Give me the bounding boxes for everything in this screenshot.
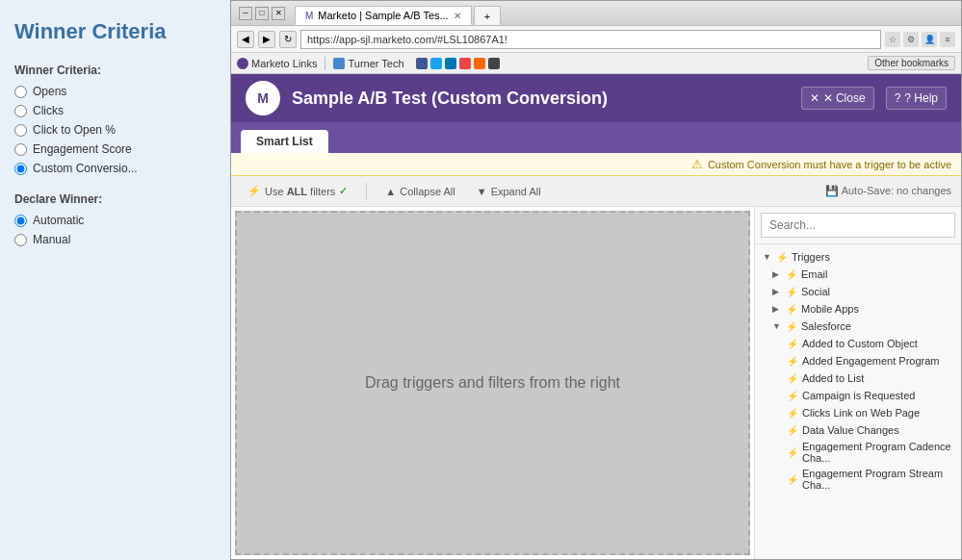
bookmarks-separator xyxy=(325,57,325,70)
window-controls: ─ □ ✕ xyxy=(239,7,285,20)
added-engagement-program-item[interactable]: ⚡ Added Engagement Program xyxy=(755,352,961,369)
automatic-radio[interactable] xyxy=(14,215,27,227)
fb-icon[interactable] xyxy=(416,58,428,69)
collapse-all-label: Collapse All xyxy=(400,186,455,197)
expand-all-button[interactable]: ▼ Expand All xyxy=(470,183,548,200)
campaign-requested-icon: ⚡ xyxy=(786,389,799,402)
engagement-stream-label: Engagement Program Stream Cha... xyxy=(802,468,957,491)
click-to-open-option[interactable]: Click to Open % xyxy=(14,123,217,137)
use-all-filters-button[interactable]: ⚡ Use ALL filters ✓ xyxy=(241,182,354,200)
autosave-text: Auto-Save: no changes xyxy=(842,185,951,196)
salesforce-label: Salesforce xyxy=(801,320,851,332)
app-title: Sample A/B Test (Custom Conversion) xyxy=(292,89,790,109)
maximize-button[interactable]: □ xyxy=(255,7,269,20)
engagement-cadence-icon: ⚡ xyxy=(786,445,799,459)
app-header: M Sample A/B Test (Custom Conversion) ✕ … xyxy=(231,74,961,122)
added-engagement-icon: ⚡ xyxy=(786,354,799,368)
search-box xyxy=(755,207,961,244)
bookmark-marketo[interactable]: Marketo Links xyxy=(237,58,317,69)
clicks-option[interactable]: Clicks xyxy=(14,104,217,117)
user-icon[interactable]: 👤 xyxy=(922,32,937,47)
winner-criteria-title: Winner Criteria xyxy=(14,19,217,44)
youtube-icon[interactable] xyxy=(459,58,471,69)
autosave-label: 💾 Auto-Save: no changes xyxy=(825,185,951,197)
forward-button[interactable]: ▶ xyxy=(258,31,275,48)
other-bookmarks[interactable]: Other bookmarks xyxy=(868,56,955,70)
engagement-cadence-item[interactable]: ⚡ Engagement Program Cadence Cha... xyxy=(755,439,961,466)
click-to-open-radio[interactable] xyxy=(14,124,27,137)
browser-tab-active[interactable]: M Marketo | Sample A/B Tes... ✕ xyxy=(295,6,472,25)
bookmark-turner[interactable]: Turner Tech xyxy=(333,58,403,69)
rss-icon[interactable] xyxy=(474,58,485,69)
browser-tab-label: Marketo | Sample A/B Tes... xyxy=(318,10,448,21)
custom-conversion-label: Custom Conversio... xyxy=(33,162,138,175)
refresh-button[interactable]: ↻ xyxy=(279,31,297,48)
triggers-item[interactable]: ▼ ⚡ Triggers xyxy=(755,248,961,266)
bookmark-star-icon[interactable]: ☆ xyxy=(885,32,900,47)
address-icons: ☆ ⚙ 👤 ≡ xyxy=(885,32,955,47)
opens-radio[interactable] xyxy=(14,86,27,98)
engagement-stream-item[interactable]: ⚡ Engagement Program Stream Cha... xyxy=(755,466,961,493)
automatic-label: Automatic xyxy=(33,214,84,227)
tab-close-icon[interactable]: ✕ xyxy=(454,11,461,21)
main-content: Drag triggers and filters from the right… xyxy=(231,207,961,559)
smart-list-tab[interactable]: Smart List xyxy=(241,130,328,153)
mail-icon[interactable] xyxy=(488,58,500,69)
salesforce-item[interactable]: ▼ ⚡ Salesforce xyxy=(755,318,961,335)
collapse-icon: ▲ xyxy=(385,186,396,197)
extensions-icon[interactable]: ⚙ xyxy=(903,32,919,47)
added-to-custom-object-label: Added to Custom Object xyxy=(802,338,918,349)
app-area: M Sample A/B Test (Custom Conversion) ✕ … xyxy=(231,74,961,559)
menu-icon[interactable]: ≡ xyxy=(940,32,955,47)
engagement-score-label: Engagement Score xyxy=(33,142,132,156)
social-item[interactable]: ▶ ⚡ Social xyxy=(755,283,961,300)
campaign-requested-label: Campaign is Requested xyxy=(802,390,915,401)
mobile-apps-item[interactable]: ▶ ⚡ Mobile Apps xyxy=(755,300,961,318)
minimize-button[interactable]: ─ xyxy=(239,7,252,20)
salesforce-toggle: ▼ xyxy=(772,321,782,331)
manual-radio[interactable] xyxy=(14,234,27,246)
added-to-list-item[interactable]: ⚡ Added to List xyxy=(755,369,961,387)
clicks-link-item[interactable]: ⚡ Clicks Link on Web Page xyxy=(755,404,961,421)
custom-conversion-radio[interactable] xyxy=(14,163,27,175)
warning-icon: ⚠ xyxy=(691,157,703,171)
salesforce-icon: ⚡ xyxy=(785,319,798,333)
app-logo: M xyxy=(246,81,280,115)
data-value-changes-item[interactable]: ⚡ Data Value Changes xyxy=(755,421,961,439)
email-item[interactable]: ▶ ⚡ Email xyxy=(755,266,961,283)
added-to-custom-object-item[interactable]: ⚡ Added to Custom Object xyxy=(755,335,961,352)
search-input[interactable] xyxy=(761,213,955,238)
winner-criteria-section: Winner Criteria: Opens Clicks Click to O… xyxy=(14,64,217,175)
declare-winner-label: Declare Winner: xyxy=(14,192,217,206)
engagement-score-option[interactable]: Engagement Score xyxy=(14,142,217,156)
social-bookmark-icons xyxy=(416,58,500,69)
social-label: Social xyxy=(801,286,830,297)
clicks-link-label: Clicks Link on Web Page xyxy=(802,407,920,419)
marketo-links-label: Marketo Links xyxy=(251,58,317,69)
twitter-icon[interactable] xyxy=(430,58,442,69)
left-panel: Winner Criteria Winner Criteria: Opens C… xyxy=(0,0,231,560)
browser-tab-new[interactable]: + xyxy=(474,6,501,25)
triggers-label: Triggers xyxy=(792,251,830,263)
close-window-button[interactable]: ✕ xyxy=(272,7,285,20)
linkedin-icon[interactable] xyxy=(445,58,456,69)
new-tab-icon: + xyxy=(484,11,490,22)
opens-option[interactable]: Opens xyxy=(14,85,217,98)
winner-criteria-label: Winner Criteria: xyxy=(14,64,217,77)
back-button[interactable]: ◀ xyxy=(237,31,254,48)
address-field[interactable] xyxy=(300,30,881,49)
manual-option[interactable]: Manual xyxy=(14,233,217,246)
warning-bar: ⚠ Custom Conversion must have a trigger … xyxy=(231,153,961,176)
collapse-all-button[interactable]: ▲ Collapse All xyxy=(378,183,461,200)
triggers-toggle: ▼ xyxy=(763,252,772,262)
campaign-requested-item[interactable]: ⚡ Campaign is Requested xyxy=(755,387,961,404)
clicks-radio[interactable] xyxy=(14,105,27,117)
help-button[interactable]: ? ? Help xyxy=(886,87,947,110)
close-button[interactable]: ✕ ✕ Close xyxy=(801,87,874,110)
custom-conversion-option[interactable]: Custom Conversio... xyxy=(14,162,217,175)
mobile-apps-label: Mobile Apps xyxy=(801,303,859,315)
added-to-list-label: Added to List xyxy=(802,372,864,384)
automatic-option[interactable]: Automatic xyxy=(14,214,217,227)
engagement-score-radio[interactable] xyxy=(14,143,27,156)
engagement-cadence-label: Engagement Program Cadence Cha... xyxy=(802,441,957,464)
